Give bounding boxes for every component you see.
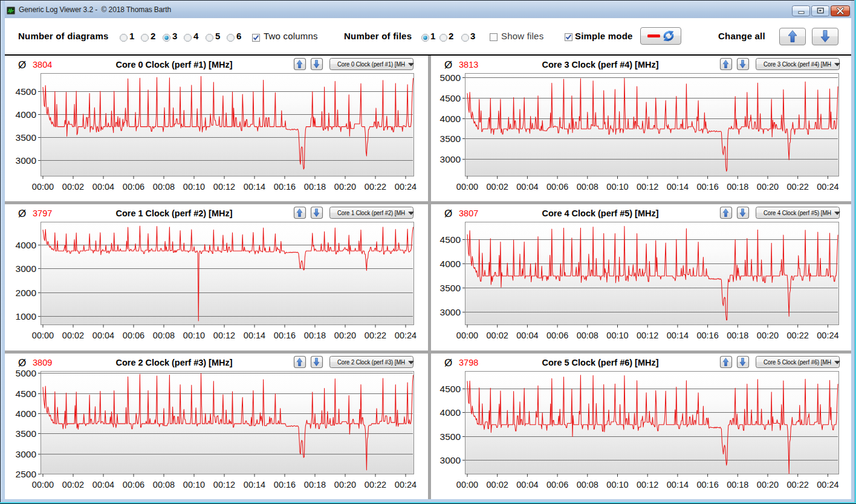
svg-text:Core 4 Clock (perf #5) [MH: Core 4 Clock (perf #5) [MH xyxy=(764,210,831,216)
svg-text:00:14: 00:14 xyxy=(667,182,689,192)
svg-text:00:20: 00:20 xyxy=(334,480,356,489)
svg-text:00:16: 00:16 xyxy=(696,331,718,340)
svg-text:00:08: 00:08 xyxy=(577,331,598,340)
svg-text:00:20: 00:20 xyxy=(757,480,779,489)
svg-text:00:10: 00:10 xyxy=(183,480,205,489)
svg-text:Core 1 Clock (perf #2) [MHz]: Core 1 Clock (perf #2) [MHz] xyxy=(116,208,233,218)
svg-text:00:14: 00:14 xyxy=(244,182,265,192)
svg-text:00:02: 00:02 xyxy=(62,182,84,192)
svg-text:00:24: 00:24 xyxy=(817,182,838,192)
svg-text:3797: 3797 xyxy=(33,208,52,218)
svg-text:00:08: 00:08 xyxy=(577,480,598,489)
svg-text:3804: 3804 xyxy=(33,60,52,69)
svg-text:3500: 3500 xyxy=(440,134,461,144)
svg-text:00:18: 00:18 xyxy=(304,331,326,340)
svg-text:00:04: 00:04 xyxy=(516,480,538,489)
svg-text:00:14: 00:14 xyxy=(244,331,265,340)
svg-text:00:06: 00:06 xyxy=(123,331,144,340)
svg-text:00:10: 00:10 xyxy=(606,480,628,489)
svg-text:00:14: 00:14 xyxy=(244,480,265,489)
svg-text:3500: 3500 xyxy=(440,431,461,442)
svg-text:Core 4 Clock (perf #5) [MHz]: Core 4 Clock (perf #5) [MHz] xyxy=(542,208,659,218)
svg-text:4500: 4500 xyxy=(440,234,461,245)
svg-text:00:20: 00:20 xyxy=(334,331,356,340)
svg-text:00:20: 00:20 xyxy=(757,182,779,192)
svg-text:00:18: 00:18 xyxy=(304,182,326,192)
svg-text:00:04: 00:04 xyxy=(92,182,114,192)
svg-text:00:24: 00:24 xyxy=(817,331,838,340)
svg-text:2500: 2500 xyxy=(16,469,37,479)
svg-text:00:02: 00:02 xyxy=(487,331,508,340)
svg-text:3500: 3500 xyxy=(440,283,461,293)
svg-text:00:14: 00:14 xyxy=(667,331,689,340)
svg-text:Core 5 Clock (perf #6) [MHz]: Core 5 Clock (perf #6) [MHz] xyxy=(542,358,659,367)
svg-text:00:22: 00:22 xyxy=(787,182,809,192)
svg-text:Ø: Ø xyxy=(18,59,26,71)
svg-text:00:02: 00:02 xyxy=(62,480,84,489)
svg-text:00:12: 00:12 xyxy=(213,480,235,489)
svg-text:3000: 3000 xyxy=(440,154,461,164)
svg-text:4500: 4500 xyxy=(440,93,461,103)
svg-text:3798: 3798 xyxy=(459,358,478,367)
svg-text:00:00: 00:00 xyxy=(32,331,54,340)
svg-text:4000: 4000 xyxy=(440,114,461,124)
svg-text:Core 1 Clock (perf #2) [MH: Core 1 Clock (perf #2) [MH xyxy=(337,210,405,216)
svg-text:Ø: Ø xyxy=(444,59,452,71)
svg-text:00:12: 00:12 xyxy=(637,331,658,340)
svg-text:00:08: 00:08 xyxy=(153,331,175,340)
svg-text:5000: 5000 xyxy=(440,73,461,83)
svg-text:00:18: 00:18 xyxy=(304,480,326,489)
svg-text:00:18: 00:18 xyxy=(727,182,748,192)
svg-text:00:06: 00:06 xyxy=(123,182,144,192)
svg-text:00:12: 00:12 xyxy=(213,182,235,192)
svg-text:00:22: 00:22 xyxy=(787,331,809,340)
svg-text:4500: 4500 xyxy=(16,389,37,399)
svg-text:00:20: 00:20 xyxy=(757,331,779,340)
svg-text:3809: 3809 xyxy=(33,358,52,367)
svg-text:4000: 4000 xyxy=(440,259,461,269)
svg-text:3500: 3500 xyxy=(16,132,37,143)
svg-text:3000: 3000 xyxy=(16,449,37,459)
svg-text:3000: 3000 xyxy=(16,155,37,166)
svg-text:3000: 3000 xyxy=(440,307,461,317)
svg-text:00:10: 00:10 xyxy=(183,182,205,192)
svg-text:Core 5 Clock (perf #6) [MH: Core 5 Clock (perf #6) [MH xyxy=(764,359,831,366)
svg-text:00:06: 00:06 xyxy=(123,480,144,489)
svg-text:Ø: Ø xyxy=(444,357,452,369)
svg-text:00:00: 00:00 xyxy=(32,480,54,489)
svg-text:Ø: Ø xyxy=(18,208,26,219)
svg-text:00:16: 00:16 xyxy=(274,182,296,192)
svg-text:4000: 4000 xyxy=(16,109,37,120)
svg-text:3500: 3500 xyxy=(16,428,37,439)
svg-text:00:22: 00:22 xyxy=(787,480,809,489)
svg-text:00:02: 00:02 xyxy=(487,182,508,192)
svg-text:00:00: 00:00 xyxy=(32,182,54,192)
svg-text:00:02: 00:02 xyxy=(487,480,508,489)
svg-text:00:04: 00:04 xyxy=(92,480,114,489)
svg-text:00:00: 00:00 xyxy=(456,331,478,340)
svg-text:00:16: 00:16 xyxy=(274,331,296,340)
svg-text:00:08: 00:08 xyxy=(153,182,175,192)
svg-text:3000: 3000 xyxy=(440,455,461,465)
svg-text:00:10: 00:10 xyxy=(606,331,628,340)
svg-text:00:04: 00:04 xyxy=(516,331,538,340)
svg-text:00:12: 00:12 xyxy=(637,182,658,192)
svg-text:Ø: Ø xyxy=(444,208,452,219)
svg-text:00:14: 00:14 xyxy=(667,480,689,489)
svg-text:00:24: 00:24 xyxy=(395,480,417,489)
svg-text:00:10: 00:10 xyxy=(183,331,205,340)
svg-text:00:02: 00:02 xyxy=(62,331,84,340)
svg-text:4500: 4500 xyxy=(440,384,461,394)
svg-text:00:12: 00:12 xyxy=(213,331,235,340)
svg-text:2000: 2000 xyxy=(16,288,37,298)
svg-text:3807: 3807 xyxy=(459,208,478,218)
svg-text:4500: 4500 xyxy=(16,86,37,97)
svg-text:00:12: 00:12 xyxy=(637,480,658,489)
svg-text:00:24: 00:24 xyxy=(817,480,838,489)
svg-text:3813: 3813 xyxy=(459,60,478,69)
svg-text:3000: 3000 xyxy=(16,263,37,274)
svg-text:00:04: 00:04 xyxy=(516,182,538,192)
svg-text:00:16: 00:16 xyxy=(696,182,718,192)
svg-text:5000: 5000 xyxy=(16,368,37,378)
svg-text:00:04: 00:04 xyxy=(92,331,114,340)
